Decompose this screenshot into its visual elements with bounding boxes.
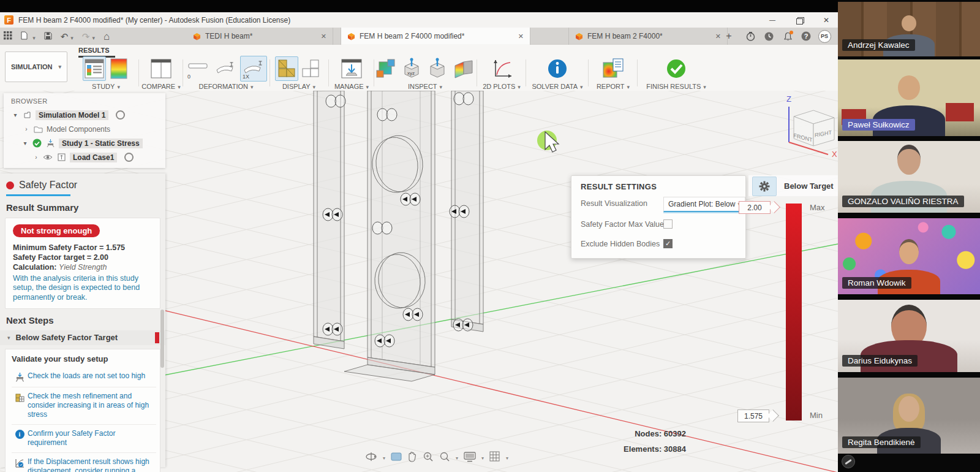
display-dropdown-label[interactable]: DISPLAY	[282, 83, 315, 90]
legend-color-bar[interactable]	[786, 204, 802, 421]
app-grid-icon[interactable]	[4, 31, 12, 41]
workspace-selector[interactable]: SIMULATION	[5, 51, 67, 82]
tab-close-icon[interactable]: ✕	[314, 32, 326, 40]
chevron-down-icon[interactable]: ▾	[7, 335, 10, 341]
step-link[interactable]: Check the loads are not set too high	[28, 371, 148, 381]
legend-max-value-tag[interactable]: 2.00	[739, 201, 771, 214]
restore-button[interactable]	[794, 15, 805, 25]
participant-tile[interactable]: Paweł Sułkowicz	[838, 59, 980, 136]
inspect-slice-plane-button[interactable]	[451, 57, 476, 80]
undo-icon[interactable]: ↶	[61, 32, 74, 41]
history-icon[interactable]	[763, 28, 775, 45]
orbit-icon[interactable]	[365, 451, 377, 465]
tree-item-study[interactable]: ▾ Study 1 - Static Stress	[4, 136, 165, 150]
activate-ring-icon[interactable]	[124, 153, 134, 162]
new-tab-icon[interactable]: +	[723, 28, 735, 45]
fit-dropdown-icon[interactable]: ▾	[456, 455, 458, 461]
tree-item-load-case[interactable]: › Load Case1	[4, 150, 165, 164]
fit-icon[interactable]	[439, 451, 450, 465]
job-status-icon[interactable]	[744, 28, 756, 45]
tab-close-icon[interactable]: ✕	[708, 32, 721, 40]
visualization-dropdown[interactable]: Gradient Plot: Below	[663, 197, 745, 212]
chevron-right-icon[interactable]: ›	[23, 126, 29, 132]
manage-button[interactable]	[339, 57, 364, 80]
grid-dropdown-icon[interactable]: ▾	[506, 455, 508, 461]
inspect-probe-button[interactable]	[426, 56, 449, 81]
deformation-actual-button[interactable]: 1X	[240, 56, 267, 82]
compare-dropdown-label[interactable]: COMPARE	[141, 83, 180, 90]
tab-fem-h-beam[interactable]: FEM H beam 2 F4000* ✕	[568, 28, 728, 45]
legend-min-value-tag[interactable]: 1.575	[737, 409, 769, 422]
report-dropdown-label[interactable]: REPORT	[597, 83, 630, 90]
view-cube[interactable]: Z FRONT RIGHT X	[779, 92, 843, 158]
chevron-down-icon[interactable]: ▾	[12, 112, 18, 118]
inspect-results-button[interactable]	[374, 57, 398, 80]
manage-dropdown-label[interactable]: MANAGE	[334, 83, 369, 90]
solver-data-dropdown-label[interactable]: SOLVER DATA	[532, 83, 582, 90]
help-icon[interactable]: ?	[800, 28, 812, 45]
file-menu-icon[interactable]	[21, 31, 36, 41]
participant-tile[interactable]: GONZALO VALIÑO RIESTRA	[838, 141, 980, 213]
fusion-window: F FEM H beam 2 F4000 modified* (My cente…	[0, 0, 838, 472]
participant-tile[interactable]: Regita Bendikienė	[838, 378, 980, 454]
orbit-dropdown-icon[interactable]: ▾	[383, 455, 385, 461]
user-avatar[interactable]: PS	[818, 30, 831, 43]
tab-close-icon[interactable]: ✕	[511, 32, 524, 40]
save-icon[interactable]	[44, 32, 52, 41]
display-settings-icon[interactable]	[464, 452, 476, 465]
participant-tile[interactable]: Roman Wdowik	[838, 218, 980, 294]
display-wireframe-button[interactable]	[301, 56, 323, 81]
deformation-undeformed-button[interactable]: 0	[185, 56, 211, 82]
ribbon-section-label[interactable]: RESULTS	[78, 47, 110, 54]
finish-results-dropdown-label[interactable]: FINISH RESULTS	[646, 83, 706, 90]
visibility-eye-icon[interactable]	[43, 153, 53, 162]
exclude-hidden-checkbox[interactable]: ✓	[663, 239, 673, 248]
panel-scrollbar[interactable]	[160, 310, 164, 368]
step-item[interactable]: Check the mesh refinement and consider i…	[12, 387, 156, 425]
below-target-group-row[interactable]: ▾ Below Safety Factor Target	[0, 330, 165, 345]
safety-factor-max-checkbox[interactable]	[663, 219, 673, 229]
tree-item-model-components[interactable]: › Model Components	[4, 122, 165, 136]
step-link[interactable]: If the Displacement result shows high di…	[28, 457, 156, 472]
2d-plots-dropdown-label[interactable]: 2D PLOTS	[483, 83, 521, 90]
grid-layout-icon[interactable]	[489, 451, 500, 465]
h-beam-model[interactable]	[314, 91, 483, 381]
tab-fem-h-beam-modified[interactable]: FEM H beam 2 F4000 modified* ✕	[341, 28, 530, 45]
step-item[interactable]: Check the loads are not set too high	[12, 367, 156, 387]
display-shaded-button[interactable]	[275, 56, 298, 81]
activate-ring-icon[interactable]	[116, 110, 125, 120]
zoom-icon[interactable]	[423, 451, 434, 465]
step-link[interactable]: Confirm your Safety Factor requirement	[28, 429, 156, 448]
fusion-app-icon: F	[4, 15, 13, 25]
study-dropdown-label[interactable]: STUDY	[92, 83, 120, 90]
chevron-down-icon[interactable]: ▾	[22, 140, 28, 147]
home-icon[interactable]: ⌂	[104, 31, 110, 42]
report-button[interactable]	[601, 56, 625, 81]
pan-hand-icon[interactable]	[407, 451, 417, 465]
minimize-button[interactable]	[767, 15, 778, 25]
solver-data-button[interactable]	[545, 56, 570, 81]
finish-results-button[interactable]	[664, 56, 688, 81]
tree-item-simulation-model[interactable]: ▾ Simulation Model 1	[4, 108, 165, 122]
step-item[interactable]: Confirm your Safety Factor requirement	[12, 425, 156, 453]
tab-tedi-h-beam[interactable]: TEDI H beam* ✕	[187, 28, 333, 45]
notifications-bell-icon[interactable]	[782, 28, 794, 45]
legend-gradient-button[interactable]	[108, 56, 129, 81]
participant-tile[interactable]: Andrzej Kawalec	[838, 2, 980, 56]
2d-plots-button[interactable]	[489, 56, 514, 81]
inspect-point-xyz-button[interactable]: xyz	[400, 56, 423, 81]
step-item[interactable]: If the Displacement result shows high di…	[12, 453, 156, 472]
deformation-scaled-button[interactable]	[213, 56, 238, 82]
chevron-right-icon[interactable]: ›	[33, 154, 39, 161]
close-button[interactable]	[821, 15, 832, 25]
display-dropdown-icon[interactable]: ▾	[481, 455, 484, 461]
compare-button[interactable]	[149, 57, 173, 80]
redo-icon[interactable]: ↷	[82, 32, 95, 41]
legend-settings-gear-icon[interactable]	[752, 177, 777, 196]
participant-tile[interactable]: Darius Eidukynas	[838, 300, 980, 372]
deformation-dropdown-label[interactable]: DEFORMATION	[199, 83, 254, 90]
simulation-study-button[interactable]	[83, 56, 106, 81]
look-at-icon[interactable]	[391, 452, 402, 464]
step-link[interactable]: Check the mesh refinement and consider i…	[28, 392, 156, 420]
inspect-dropdown-label[interactable]: INSPECT	[408, 83, 442, 90]
